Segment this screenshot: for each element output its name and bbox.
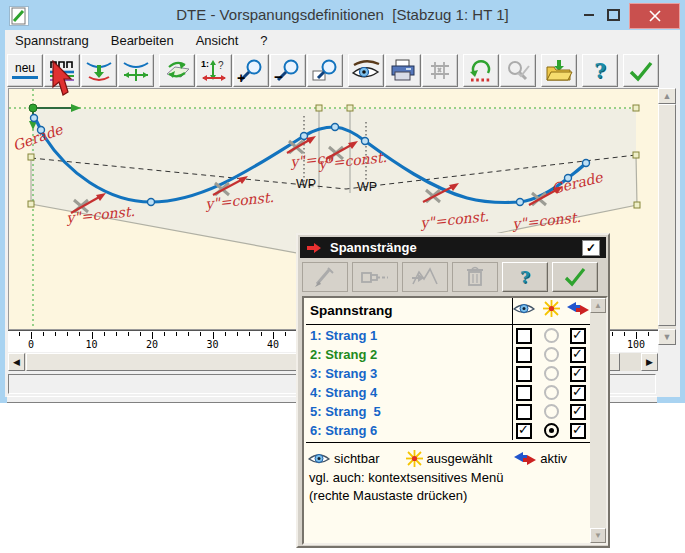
handle[interactable]: [633, 152, 639, 158]
undo-button[interactable]: [463, 54, 499, 87]
zoom-out-button[interactable]: −: [270, 54, 306, 87]
vertical-scroll-thumb[interactable]: [658, 104, 676, 326]
scroll-down-button[interactable]: ▼: [590, 528, 606, 543]
strand-list-panel: Spannstrang: [302, 296, 608, 545]
strand-row[interactable]: 6: Strang 6: [304, 421, 592, 440]
close-button[interactable]: [629, 3, 680, 29]
control-point[interactable]: [362, 138, 369, 145]
new-button[interactable]: neu: [7, 54, 43, 87]
control-point[interactable]: [148, 199, 155, 206]
handle[interactable]: [28, 154, 34, 160]
list-scrollbar[interactable]: ▲ ▼: [590, 298, 606, 543]
origin-point[interactable]: [29, 104, 37, 112]
menu-bearbeiten[interactable]: Bearbeiten: [111, 33, 174, 48]
menubar: Spannstrang Bearbeiten Ansicht ?: [5, 30, 680, 51]
control-point[interactable]: [583, 160, 590, 167]
curve-axis-button[interactable]: [118, 54, 154, 87]
maximize-button[interactable]: [602, 6, 624, 24]
selected-radio[interactable]: [544, 347, 559, 362]
down-arrow-icon: ▼: [663, 332, 672, 342]
dialog-title: Spannstränge: [330, 240, 417, 255]
titlebar[interactable]: DTE - Vorspanungsdefinitionen [Stabzug 1…: [0, 0, 685, 30]
strand-list: Spannstrang: [304, 298, 592, 543]
wp-label: WP: [357, 180, 377, 194]
search-check-button[interactable]: [500, 54, 536, 87]
active-checkbox[interactable]: [570, 366, 586, 382]
active-checkbox[interactable]: [570, 423, 586, 439]
scroll-down-button[interactable]: ▼: [658, 329, 676, 345]
menu-spannstrang[interactable]: Spannstrang: [15, 33, 89, 48]
scroll-up-button[interactable]: ▲: [658, 88, 676, 104]
zoom-window-button[interactable]: [307, 54, 343, 87]
control-point[interactable]: [332, 124, 339, 131]
curve-axis-icon: [121, 58, 151, 84]
selected-radio[interactable]: [544, 385, 559, 400]
menu-ansicht[interactable]: Ansicht: [196, 33, 239, 48]
ok-button[interactable]: [623, 54, 659, 87]
down-arrow-icon: ▼: [594, 531, 602, 540]
minimize-button[interactable]: [578, 6, 600, 24]
search-check-icon: [503, 58, 533, 84]
stress-button[interactable]: [352, 262, 398, 292]
scroll-left-button[interactable]: ◀: [8, 353, 25, 371]
insert-lowpoint-button[interactable]: [81, 54, 117, 87]
scroll-right-button[interactable]: ▶: [641, 353, 658, 371]
visible-checkbox[interactable]: [516, 385, 532, 401]
strand-label: 5: Strang 5: [304, 404, 510, 419]
visible-checkbox[interactable]: [516, 423, 532, 439]
scroll-up-button[interactable]: ▲: [590, 298, 606, 313]
selected-radio[interactable]: [544, 423, 559, 438]
clamp-icon: [425, 58, 455, 84]
active-checkbox[interactable]: [570, 404, 586, 420]
strand-row[interactable]: 3: Strang 3: [304, 364, 592, 383]
active-checkbox[interactable]: [570, 347, 586, 363]
dialog-ok-button[interactable]: [552, 262, 598, 292]
print-button[interactable]: [385, 54, 421, 87]
zoom-out-icon: −: [273, 58, 303, 84]
context-menu-note: (rechte Maustaste drücken): [309, 488, 467, 503]
strand-label: 2: Strang 2: [304, 347, 510, 362]
scale-query-button[interactable]: 1: ?: [196, 54, 232, 87]
visible-checkbox[interactable]: [516, 366, 532, 382]
handle[interactable]: [28, 201, 34, 207]
active-checkbox[interactable]: [570, 385, 586, 401]
selected-radio[interactable]: [544, 328, 559, 343]
active-checkbox[interactable]: [570, 328, 586, 344]
vertical-scrollbar[interactable]: ▲ ▼: [658, 88, 676, 345]
dialog-pin-checkbox[interactable]: ✓: [582, 240, 600, 256]
control-point[interactable]: [31, 115, 38, 122]
edit-button[interactable]: [302, 262, 348, 292]
handle[interactable]: [316, 105, 322, 111]
selected-radio[interactable]: [544, 404, 559, 419]
strand-row[interactable]: 5: Strang 5: [304, 402, 592, 421]
strand-row[interactable]: 2: Strang 2: [304, 345, 592, 364]
handle[interactable]: [634, 202, 640, 208]
zoom-in-button[interactable]: +: [233, 54, 269, 87]
menu-help[interactable]: ?: [260, 33, 267, 48]
mouse-cursor: [52, 60, 76, 98]
visible-checkbox[interactable]: [516, 328, 532, 344]
handle[interactable]: [633, 105, 639, 111]
control-point[interactable]: [517, 199, 524, 206]
trash-icon: [461, 264, 489, 290]
visible-checkbox[interactable]: [516, 347, 532, 363]
visibility-button[interactable]: [348, 54, 384, 87]
help-icon: ?: [594, 59, 606, 83]
transfer-button[interactable]: [159, 54, 195, 87]
screen: DTE - Vorspanungsdefinitionen [Stabzug 1…: [0, 0, 685, 553]
diagram-button[interactable]: [402, 262, 448, 292]
selected-column-icon: [543, 300, 560, 321]
strand-row[interactable]: 4: Strang 4: [304, 383, 592, 402]
dialog-titlebar[interactable]: Spannstränge ✓: [300, 237, 606, 258]
help-button[interactable]: ?: [582, 54, 618, 87]
handle[interactable]: [347, 105, 353, 111]
strand-row[interactable]: 1: Strang 1: [304, 326, 592, 345]
visible-checkbox[interactable]: [516, 404, 532, 420]
strand-label: 4: Strang 4: [304, 385, 510, 400]
import-button[interactable]: [541, 54, 577, 87]
clamp-button[interactable]: [422, 54, 458, 87]
delete-button[interactable]: [452, 262, 498, 292]
dialog-help-button[interactable]: ?: [502, 262, 548, 292]
selected-radio[interactable]: [544, 366, 559, 381]
help-icon: ?: [520, 267, 530, 287]
